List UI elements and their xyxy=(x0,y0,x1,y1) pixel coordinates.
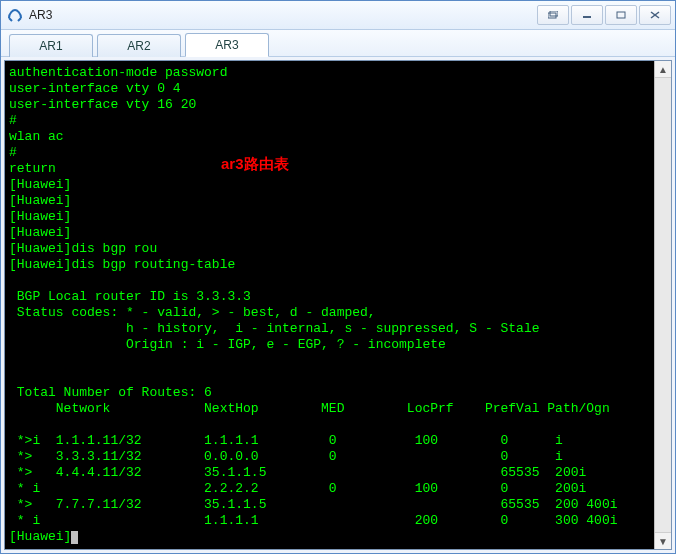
svg-rect-3 xyxy=(617,12,625,18)
titlebar[interactable]: AR3 xyxy=(1,1,675,30)
terminal-panel: authentication-mode password user-interf… xyxy=(4,60,672,550)
scroll-down-arrow[interactable]: ▼ xyxy=(655,532,671,549)
app-icon xyxy=(7,7,23,23)
window-controls xyxy=(535,5,671,25)
tabstrip: AR1 AR2 AR3 xyxy=(1,30,675,57)
terminal-cursor xyxy=(71,531,78,544)
scroll-thumb[interactable] xyxy=(655,78,671,532)
tab-ar1[interactable]: AR1 xyxy=(9,34,93,57)
restore-button[interactable] xyxy=(537,5,569,25)
window-title: AR3 xyxy=(29,8,535,22)
tab-ar3[interactable]: AR3 xyxy=(185,33,269,57)
maximize-button[interactable] xyxy=(605,5,637,25)
terminal-output[interactable]: authentication-mode password user-interf… xyxy=(5,61,654,549)
app-window: AR3 AR1 AR2 AR3 authentication-mode pass… xyxy=(0,0,676,554)
terminal-scrollbar[interactable]: ▲ ▼ xyxy=(654,61,671,549)
tab-ar2[interactable]: AR2 xyxy=(97,34,181,57)
scroll-up-arrow[interactable]: ▲ xyxy=(655,61,671,78)
minimize-button[interactable] xyxy=(571,5,603,25)
close-button[interactable] xyxy=(639,5,671,25)
